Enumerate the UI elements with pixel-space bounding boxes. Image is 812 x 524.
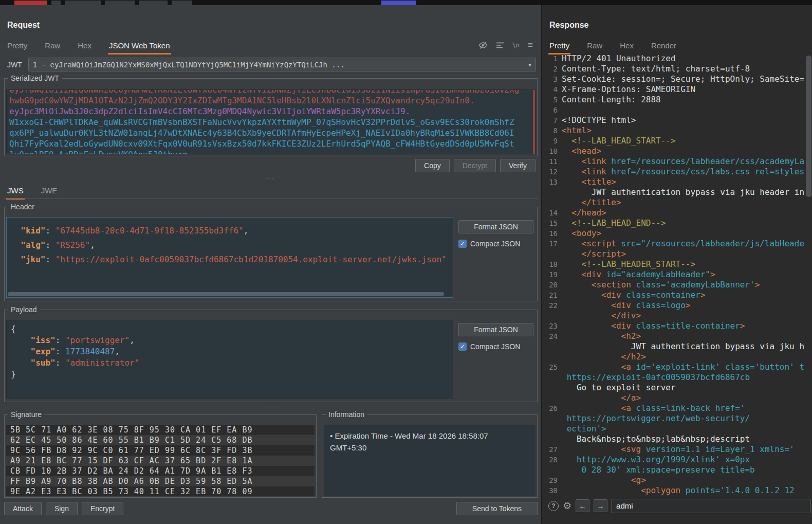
signature-hex-row: CB FD 10 2B 37 D2 BA 24 D2 64 A1 7D 9A B… <box>6 466 315 476</box>
line-number: 7 <box>545 115 558 125</box>
verify-button[interactable]: Verify <box>500 159 536 172</box>
serialized-jwt-group: Serialized JWT eyJraWQiOiI2NzQ0NWRiOC0yM… <box>4 74 538 156</box>
jose-tab-jws[interactable]: JWS <box>7 184 24 200</box>
jwt-payload-editor[interactable]: { "iss": "portswigger", "exp": 177384048… <box>6 320 453 399</box>
line-number: 27 <box>545 444 558 455</box>
sign-button[interactable]: Sign <box>46 502 78 515</box>
jose-tab-jwe[interactable]: JWE <box>41 184 58 200</box>
top-window-tab[interactable] <box>14 1 47 5</box>
gear-icon[interactable]: ⚙ <box>563 501 571 511</box>
compact-json-checkbox[interactable]: ✓ <box>458 342 467 351</box>
line-number: 2 <box>545 64 558 74</box>
jwt-header-editor[interactable]: "kid": "67445db8-20c0-4d71-9f18-852355bd… <box>6 217 453 298</box>
json-line: "iss": "portswigger", <box>11 335 449 346</box>
jwt-token-dropdown[interactable]: 1 - eyJraWQiOiJmZGQ1N2YxMS0xMjQxLTQ1NDYt… <box>28 58 536 71</box>
attack-button[interactable]: Attack <box>4 502 42 515</box>
response-code-line: </a> <box>545 393 805 403</box>
signature-hex-row: 62 EC 45 50 86 4E 60 55 B1 B9 C1 5D 24 C… <box>6 435 315 445</box>
response-code-line: 19 <div id="academyLabHeader"> <box>545 269 805 280</box>
request-tab-bar: PrettyRawHexJSON Web Token <box>7 39 170 55</box>
search-prev-button[interactable]: ← <box>576 499 589 512</box>
line-number: 9 <box>545 136 558 146</box>
decrypt-button[interactable]: Decrypt <box>454 159 496 172</box>
compact-json-checkbox[interactable]: ✓ <box>458 240 467 248</box>
top-window-tab[interactable] <box>105 1 135 5</box>
encrypt-button[interactable]: Encrypt <box>82 502 123 515</box>
search-next-button[interactable]: → <box>594 499 607 512</box>
signature-hex-row: 9C 56 FB D8 92 9C C0 61 77 ED 99 6C 8C 3… <box>6 445 315 456</box>
format-json-button[interactable]: Format JSON <box>458 220 533 233</box>
newline-icon[interactable]: \n <box>512 42 520 49</box>
response-code-line: 13 <title> <box>545 177 805 187</box>
response-scrollbar-thumb[interactable] <box>806 56 811 197</box>
response-code-line: 20 <section class='academyLabBanner'> <box>545 280 805 290</box>
line-number: 24 <box>545 331 558 341</box>
request-tab-pretty[interactable]: Pretty <box>7 39 27 55</box>
format-json-button[interactable]: Format JSON <box>458 323 533 336</box>
splitter-handle[interactable]: ··· <box>0 403 541 409</box>
line-number <box>545 372 558 383</box>
response-code-line: </title> <box>545 197 805 208</box>
top-window-tab[interactable] <box>65 1 101 5</box>
response-code-line: 22 <div class=logo> <box>545 300 805 311</box>
request-tab-raw[interactable]: Raw <box>45 39 60 55</box>
jwt-payload-group-label: Payload <box>8 305 40 314</box>
response-tab-raw[interactable]: Raw <box>587 39 602 55</box>
response-tab-render[interactable]: Render <box>651 39 676 55</box>
response-code-line: 3Set-Cookie: session=; Secure; HttpOnly;… <box>545 74 805 84</box>
copy-button[interactable]: Copy <box>415 159 450 172</box>
jwt-token-dropdown-value: 1 - eyJraWQiOiJmZGQ1N2YxMS0xMjQxLTQ1NDYt… <box>33 61 524 69</box>
response-code-line: 30 <polygon points='1.4.0 0.1.2 12 <box>545 485 805 496</box>
help-icon[interactable]: ? <box>548 501 559 511</box>
line-number: 16 <box>545 228 558 239</box>
response-scrollbar[interactable] <box>805 53 812 497</box>
signature-hex-row: A9 21 E8 BC 77 15 DF 63 CF AC 37 65 BD 2… <box>6 456 315 466</box>
line-number: 18 <box>545 259 558 269</box>
response-code-line: 14 </head> <box>545 208 805 218</box>
top-window-tab[interactable] <box>381 1 416 5</box>
send-to-tokens-button[interactable]: Send to Tokens <box>456 502 538 515</box>
response-code-viewer[interactable]: 1HTTP/2 401 Unauthorized2Content-Type: t… <box>545 53 805 497</box>
top-window-tab[interactable] <box>51 1 61 5</box>
response-tab-pretty[interactable]: Pretty <box>549 39 569 55</box>
jwt-line: eyJraWQiOiI2NzQ0NWRiOC0yMGMwLTRkNzEtOWYx… <box>9 89 535 95</box>
response-tab-hex[interactable]: Hex <box>620 39 634 55</box>
jwt-line: 1v0cglPE0_AzBDsFxLDwsuVK0Aou5J8thyrg <box>9 149 535 154</box>
line-number: 23 <box>545 321 558 331</box>
line-number <box>545 434 558 444</box>
signature-hex-row: 5B 5C 71 A0 62 3E 08 75 8F 95 30 CA 01 E… <box>6 425 315 435</box>
response-code-line: </div> <box>545 311 805 321</box>
signature-hex-row: FF B9 A9 70 B8 3B AB D0 A6 0B DE D3 59 5… <box>6 476 315 486</box>
response-code-line: 11 <link href=/resources/labheader/css/a… <box>545 156 805 167</box>
pretty-print-icon[interactable] <box>496 42 504 49</box>
line-number <box>545 413 558 424</box>
line-number: 29 <box>545 475 558 485</box>
response-code-line: https://portswigger.net/web-security/ <box>545 413 805 424</box>
top-window-tab[interactable] <box>139 1 168 5</box>
line-number: 14 <box>545 208 558 218</box>
json-line: "sub": "administrator" <box>11 357 449 369</box>
jwt-line: qx6PP_ualwuDur0KYL3tNZW01anqLj47wDtXNAEc… <box>9 128 535 138</box>
response-code-line: 7<!DOCTYPE html> <box>545 115 805 125</box>
jwt-label: JWT <box>7 61 22 69</box>
splitter-handle[interactable]: ··· <box>0 175 541 182</box>
response-code-line: 15 <!--LAB_HEAD_END--> <box>545 218 805 228</box>
top-window-tab[interactable] <box>172 1 192 5</box>
json-line: "alg": "RS256", <box>11 238 449 252</box>
eye-off-icon[interactable] <box>478 41 488 49</box>
response-code-line: JWT authentication bypass via jku header… <box>545 187 805 197</box>
menu-icon[interactable]: ≡ <box>528 40 533 50</box>
serialized-jwt-group-label: Serialized JWT <box>8 74 62 82</box>
signature-hex-editor[interactable]: 5B 5C 71 A0 62 3E 08 75 8F 95 30 CA 01 E… <box>6 425 315 496</box>
request-tab-hex[interactable]: Hex <box>78 39 91 55</box>
request-tab-json-web-token[interactable]: JSON Web Token <box>109 39 170 55</box>
request-panel-title: Request <box>7 21 40 30</box>
jwt-header-group: Header "kid": "67445db8-20c0-4d71-9f18-8… <box>4 203 538 301</box>
line-number <box>545 352 558 362</box>
search-input[interactable] <box>612 499 810 513</box>
jwt-editor-scrollbar[interactable] <box>533 90 535 154</box>
line-number <box>545 311 558 321</box>
header-editor-hscrollbar[interactable] <box>8 292 449 296</box>
serialized-jwt-editor[interactable]: eyJraWQiOiI2NzQ0NWRiOC0yMGMwLTRkNzEtOWYx… <box>6 89 536 154</box>
request-toolbar: \n ≡ <box>478 40 533 50</box>
